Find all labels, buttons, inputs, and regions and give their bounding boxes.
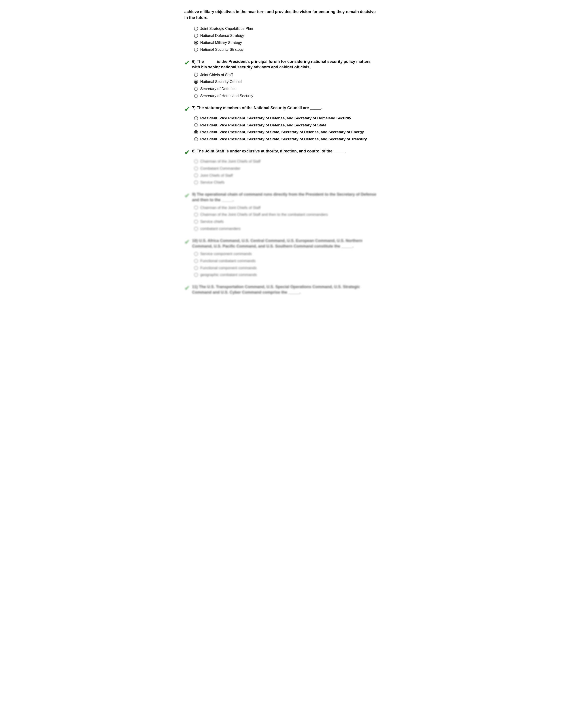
- question6-row: ✔ 6) The _____ is the President's princi…: [184, 59, 379, 70]
- question8-options: Chairman of the Joint Chiefs of Staff Co…: [194, 159, 379, 185]
- radio-q8-4[interactable]: [194, 180, 198, 184]
- option-jcs[interactable]: Joint Chiefs of Staff: [194, 72, 379, 78]
- option-q9-1-label: Chairman of the Joint Chiefs of Staff: [200, 205, 260, 210]
- question7-options: President, Vice President, Secretary of …: [194, 116, 379, 142]
- radio-q8-2[interactable]: [194, 167, 198, 171]
- question11-block: ✔ 11) The U.S. Transportation Command, U…: [184, 284, 379, 295]
- question9-options: Chairman of the Joint Chiefs of Staff Ch…: [194, 205, 379, 231]
- question8-checkmark: ✔: [184, 148, 190, 157]
- question10-checkmark: ✔: [184, 238, 190, 246]
- option-jscp-label: Joint Strategic Capabilities Plan: [200, 26, 253, 31]
- option-q9-3[interactable]: Service chiefs: [194, 219, 379, 224]
- radio-q9-1[interactable]: [194, 206, 198, 210]
- radio-q10-1[interactable]: [194, 252, 198, 256]
- radio-q8-1[interactable]: [194, 159, 198, 163]
- option-q9-2[interactable]: Chairman of the Joint Chiefs of Staff an…: [194, 212, 379, 217]
- option-q9-4[interactable]: combatant commanders: [194, 226, 379, 231]
- question10-row: ✔ 10) U.S. Africa Command, U.S. Central …: [184, 238, 379, 249]
- option-sohs[interactable]: Secretary of Homeland Security: [194, 93, 379, 99]
- option-sod-label: Secretary of Defense: [200, 86, 235, 92]
- question9-checkmark: ✔: [184, 191, 190, 200]
- question11-row: ✔ 11) The U.S. Transportation Command, U…: [184, 284, 379, 295]
- option-q10-4[interactable]: geographic combatant commands: [194, 272, 379, 278]
- option-q8-2[interactable]: Combatant Commander: [194, 166, 379, 171]
- radio-q7-2[interactable]: [194, 123, 198, 127]
- radio-q7-4[interactable]: [194, 137, 198, 141]
- radio-nsc[interactable]: [194, 80, 198, 84]
- intro-block: achieve military objectives in the near …: [184, 9, 379, 52]
- radio-sohs[interactable]: [194, 94, 198, 98]
- question9-block: ✔ 9) The operational chain of command ru…: [184, 192, 379, 231]
- option-q8-4[interactable]: Service Chiefs: [194, 180, 379, 185]
- question7-text: 7) The statutory members of the National…: [192, 105, 322, 111]
- radio-q7-3[interactable]: [194, 130, 198, 134]
- option-q10-1-label: Service component commands: [200, 251, 252, 257]
- radio-q10-3[interactable]: [194, 266, 198, 270]
- radio-q10-2[interactable]: [194, 259, 198, 263]
- option-q7-1-label: President, Vice President, Secretary of …: [200, 116, 351, 121]
- radio-sod[interactable]: [194, 87, 198, 91]
- option-q8-1[interactable]: Chairman of the Joint Chiefs of Staff: [194, 159, 379, 164]
- question11-text: 11) The U.S. Transportation Command, U.S…: [192, 284, 379, 295]
- radio-jcs[interactable]: [194, 73, 198, 77]
- radio-q9-4[interactable]: [194, 227, 198, 231]
- option-q9-4-label: combatant commanders: [200, 226, 240, 231]
- radio-nss[interactable]: [194, 48, 198, 52]
- question6-checkmark: ✔: [184, 58, 190, 67]
- option-jcs-label: Joint Chiefs of Staff: [200, 72, 233, 78]
- option-q7-2-label: President, Vice President, Secretary of …: [200, 123, 326, 128]
- radio-q8-3[interactable]: [194, 173, 198, 177]
- option-jscp[interactable]: Joint Strategic Capabilities Plan: [194, 26, 379, 31]
- radio-q10-4[interactable]: [194, 273, 198, 277]
- option-sohs-label: Secretary of Homeland Security: [200, 93, 253, 99]
- option-q7-2[interactable]: President, Vice President, Secretary of …: [194, 123, 379, 128]
- question9-text: 9) The operational chain of command runs…: [192, 192, 379, 203]
- radio-jscp[interactable]: [194, 27, 198, 31]
- radio-q9-3[interactable]: [194, 220, 198, 224]
- question11-checkmark: ✔: [184, 284, 190, 292]
- intro-text: achieve military objectives in the near …: [184, 9, 379, 21]
- option-q7-4[interactable]: President, Vice President, Secretary of …: [194, 137, 379, 142]
- option-q9-1[interactable]: Chairman of the Joint Chiefs of Staff: [194, 205, 379, 210]
- question9-row: ✔ 9) The operational chain of command ru…: [184, 192, 379, 203]
- option-q10-3[interactable]: Functional component commands: [194, 265, 379, 271]
- question10-options: Service component commands Functional co…: [194, 251, 379, 278]
- question8-text: 8) The Joint Staff is under exclusive au…: [192, 148, 346, 154]
- radio-q9-2[interactable]: [194, 213, 198, 217]
- question7-checkmark: ✔: [184, 105, 190, 113]
- question6-text: 6) The _____ is the President's principa…: [192, 59, 379, 70]
- radio-q7-1[interactable]: [194, 116, 198, 120]
- question10-text: 10) U.S. Africa Command, U.S. Central Co…: [192, 238, 379, 249]
- option-q8-1-label: Chairman of the Joint Chiefs of Staff: [200, 159, 260, 164]
- option-q9-3-label: Service chiefs: [200, 219, 224, 224]
- option-q10-4-label: geographic combatant commands: [200, 272, 257, 278]
- option-nms[interactable]: National Military Strategy: [194, 40, 379, 45]
- option-q10-2[interactable]: Functional combatant commands: [194, 258, 379, 264]
- radio-nms[interactable]: [194, 41, 198, 45]
- question7-block: ✔ 7) The statutory members of the Nation…: [184, 105, 379, 142]
- question10-block: ✔ 10) U.S. Africa Command, U.S. Central …: [184, 238, 379, 278]
- option-q7-1[interactable]: President, Vice President, Secretary of …: [194, 116, 379, 121]
- option-nms-label: National Military Strategy: [200, 40, 242, 45]
- option-nsc[interactable]: National Security Council: [194, 79, 379, 84]
- option-q8-4-label: Service Chiefs: [200, 180, 224, 185]
- option-q7-3-label: President, Vice President, Secretary of …: [200, 129, 364, 135]
- option-q8-2-label: Combatant Commander: [200, 166, 240, 171]
- option-q8-3-label: Joint Chiefs of Staff: [200, 173, 233, 178]
- option-nsc-label: National Security Council: [200, 79, 242, 84]
- option-nds[interactable]: National Defense Strategy: [194, 33, 379, 38]
- option-q10-1[interactable]: Service component commands: [194, 251, 379, 257]
- question6-block: ✔ 6) The _____ is the President's princi…: [184, 59, 379, 99]
- question5-options: Joint Strategic Capabilities Plan Nation…: [194, 26, 379, 52]
- question7-row: ✔ 7) The statutory members of the Nation…: [184, 105, 379, 113]
- option-nss-label: National Security Strategy: [200, 47, 244, 52]
- option-sod[interactable]: Secretary of Defense: [194, 86, 379, 92]
- radio-nds[interactable]: [194, 34, 198, 38]
- option-q9-2-label: Chairman of the Joint Chiefs of Staff an…: [200, 212, 328, 217]
- option-q7-3[interactable]: President, Vice President, Secretary of …: [194, 129, 379, 135]
- question8-block: ✔ 8) The Joint Staff is under exclusive …: [184, 148, 379, 185]
- option-nss[interactable]: National Security Strategy: [194, 47, 379, 52]
- option-q8-3[interactable]: Joint Chiefs of Staff: [194, 173, 379, 178]
- option-q7-4-label: President, Vice President, Secretary of …: [200, 137, 367, 142]
- option-q10-2-label: Functional combatant commands: [200, 258, 255, 264]
